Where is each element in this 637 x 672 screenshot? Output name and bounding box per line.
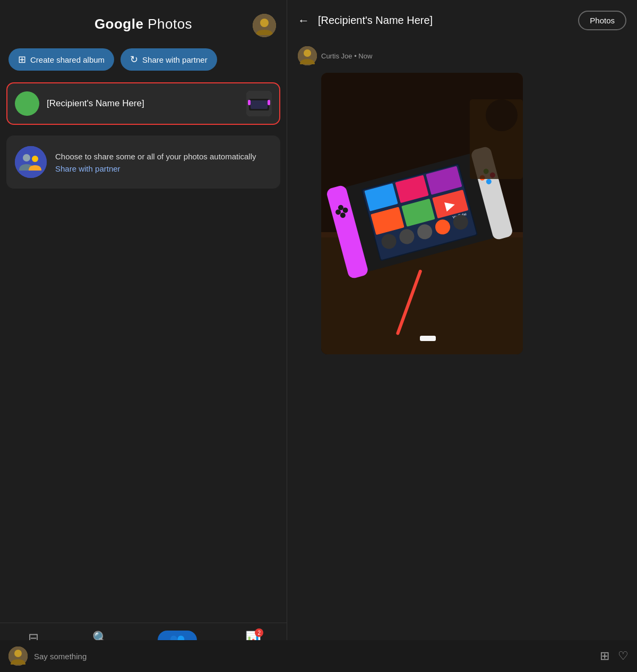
action-buttons-row: ⊞ Create shared album ↻ Share with partn… (0, 43, 287, 79)
svg-point-46 (14, 650, 22, 657)
photos-button[interactable]: Photos (578, 11, 626, 30)
svg-rect-4 (251, 100, 268, 109)
compose-bar: Say something ⊞ ♡ (0, 640, 637, 672)
compose-avatar (8, 647, 28, 666)
partner-card-text: Choose to share some or all of your phot… (55, 151, 272, 173)
create-shared-album-button[interactable]: ⊞ Create shared album (8, 48, 114, 71)
partner-link[interactable]: Share with partner (55, 164, 272, 173)
app-header: Google Photos (0, 0, 287, 43)
library-badge: 2 (255, 628, 263, 637)
sender-avatar (298, 46, 317, 65)
conversation-header: ← [Recipient's Name Here] Photos (287, 0, 637, 41)
user-avatar[interactable] (253, 14, 276, 37)
album-icon: ⊞ (18, 54, 26, 65)
conversation-title: [Recipient's Name Here] (318, 14, 570, 27)
svg-point-9 (32, 156, 38, 162)
recipient-name: [Recipient's Name Here] (47, 98, 246, 109)
app-title: Google Photos (94, 16, 192, 32)
chat-area: Curtis Joe • Now (287, 41, 637, 672)
partner-main-text: Choose to share some or all of your phot… (55, 151, 272, 162)
share-with-partner-button[interactable]: ↻ Share with partner (120, 48, 217, 71)
share-icon: ↻ (130, 54, 138, 65)
partner-icon (15, 146, 47, 178)
compose-placeholder[interactable]: Say something (34, 652, 593, 661)
right-panel: ← [Recipient's Name Here] Photos Curtis … (287, 0, 637, 672)
message-image: YouTube (321, 73, 523, 354)
left-panel: Google Photos ⊞ Create shared album ↻ Sh… (0, 0, 287, 672)
sender-info: Curtis Joe • Now (298, 46, 626, 65)
back-button[interactable]: ← (298, 14, 309, 28)
partner-sharing-card[interactable]: Choose to share some or all of your phot… (6, 135, 280, 189)
conversation-thumbnail (246, 91, 272, 116)
svg-point-11 (304, 49, 311, 57)
like-icon[interactable]: ♡ (618, 649, 629, 663)
svg-rect-5 (248, 100, 251, 105)
svg-point-7 (15, 146, 47, 178)
svg-point-8 (23, 154, 30, 161)
sender-name-time: Curtis Joe • Now (321, 52, 372, 60)
add-photo-icon[interactable]: ⊞ (600, 649, 609, 663)
svg-point-1 (260, 19, 269, 27)
svg-rect-6 (268, 100, 270, 105)
svg-point-44 (486, 99, 518, 131)
svg-rect-42 (420, 336, 436, 341)
compose-actions: ⊞ ♡ (600, 649, 629, 663)
message-row: Curtis Joe • Now (298, 46, 626, 354)
recipient-avatar (15, 91, 39, 116)
conversation-item[interactable]: [Recipient's Name Here] (6, 82, 280, 125)
